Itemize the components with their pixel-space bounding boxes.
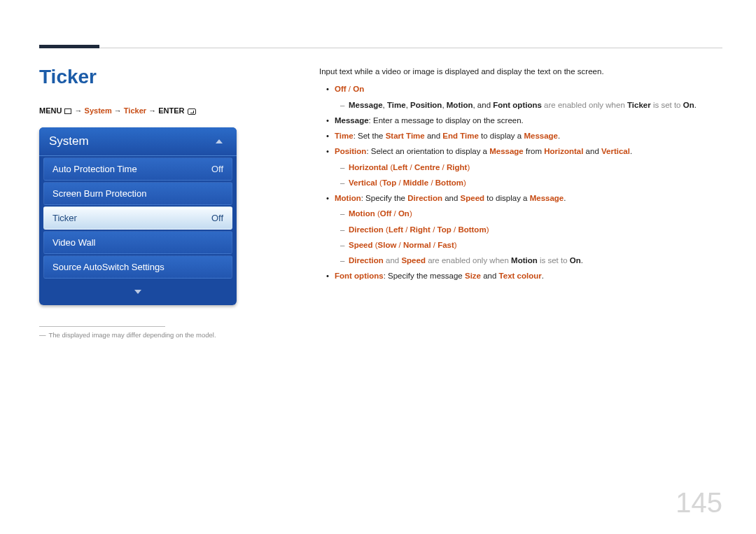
bullet-font-options: Font options: Specify the message Size a… [319, 270, 722, 282]
osd-item-label: Auto Protection Time [52, 164, 137, 174]
dash-icon: ― [39, 331, 46, 339]
osd-item-label: Source AutoSwitch Settings [52, 262, 164, 272]
breadcrumb: MENU → System → Ticker → ENTER [39, 106, 235, 115]
osd-item-label: Video Wall [52, 237, 95, 248]
chevron-down-icon[interactable] [134, 290, 141, 294]
opt-on: On [353, 85, 364, 93]
osd-item-ticker[interactable]: Ticker Off [43, 206, 232, 230]
osd-footer [39, 280, 237, 298]
osd-header-label: System [49, 134, 89, 148]
osd-item-auto-protection[interactable]: Auto Protection Time Off [43, 157, 232, 181]
osd-item-value: Off [211, 213, 223, 223]
header-rule [39, 48, 722, 48]
description-column: Input text while a video or image is dis… [319, 66, 722, 339]
bullet-position: Position: Select an orientation to displ… [319, 146, 722, 157]
osd-item-source-autoswitch[interactable]: Source AutoSwitch Settings [43, 255, 232, 279]
arrow: → [148, 106, 156, 115]
chevron-up-icon[interactable] [216, 139, 223, 143]
sub-motion: Motion (Off / On) [319, 208, 722, 220]
osd-item-label: Ticker [52, 213, 77, 223]
arrow: → [75, 106, 83, 115]
sub-horizontal: Horizontal (Left / Centre / Right) [319, 162, 722, 174]
bullet-off-on: Off / On [319, 83, 722, 95]
breadcrumb-system: System [85, 106, 112, 115]
breadcrumb-menu: MENU [39, 106, 62, 115]
footnote-divider [39, 326, 165, 327]
osd-item-value: Off [211, 164, 223, 174]
osd-header: System [39, 127, 237, 156]
bullet-motion: Motion: Specify the Direction and Speed … [319, 192, 722, 204]
osd-item-video-wall[interactable]: Video Wall [43, 231, 232, 254]
osd-menu: System Auto Protection Time Off Screen B… [39, 127, 237, 305]
sub-direction: Direction (Left / Right / Top / Bottom) [319, 224, 722, 236]
sub-speed: Speed (Slow / Normal / Fast) [319, 239, 722, 251]
sub-vertical: Vertical (Top / Middle / Bottom) [319, 177, 722, 189]
bullet-message: Message: Enter a message to display on t… [319, 115, 722, 127]
page-title: Ticker [39, 66, 235, 88]
footnote: ―The displayed image may differ dependin… [39, 331, 235, 339]
breadcrumb-enter: ENTER [158, 106, 184, 115]
breadcrumb-ticker: Ticker [124, 106, 146, 115]
footnote-text: The displayed image may differ depending… [49, 331, 216, 339]
osd-item-screen-burn[interactable]: Screen Burn Protection [43, 182, 232, 205]
menu-icon [64, 108, 71, 114]
bullet-time: Time: Set the Start Time and End Time to… [319, 130, 722, 142]
enter-icon [188, 108, 196, 115]
note-direction-speed: Direction and Speed are enabled only whe… [319, 255, 722, 267]
opt-off: Off [335, 85, 346, 93]
page-number: 145 [676, 487, 722, 519]
lead-text: Input text while a video or image is dis… [319, 66, 722, 78]
note-enabled: Message, Time, Position, Motion, and Fon… [319, 99, 722, 111]
osd-item-label: Screen Burn Protection [52, 188, 146, 199]
arrow: → [114, 106, 122, 115]
